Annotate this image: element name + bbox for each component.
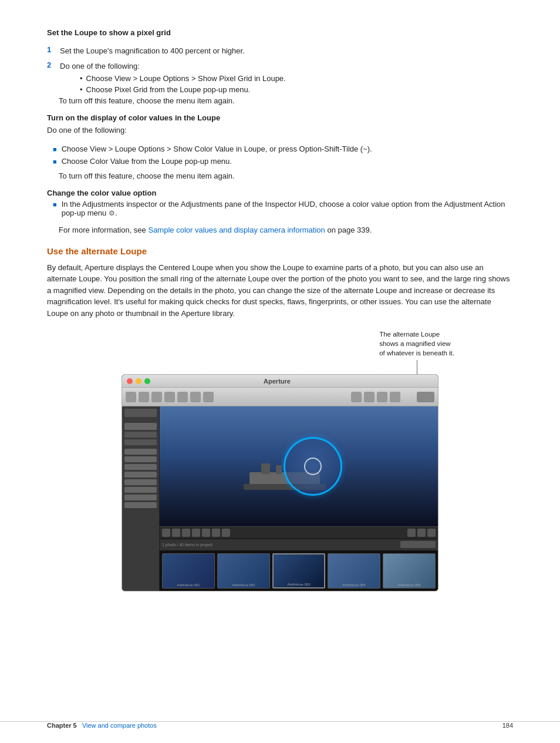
color-option-bullet: ■ In the Adjustments inspector or the Ad…	[47, 200, 513, 217]
svg-rect-2	[276, 465, 282, 474]
sidebar-row-8	[124, 502, 157, 508]
loupe-inner-ring	[304, 458, 322, 475]
bullet-text-2: Choose Pixel Grid from the Loupe pop-up …	[86, 85, 251, 94]
toolbar-view-3[interactable]	[377, 392, 387, 402]
loupe-button[interactable]	[417, 392, 434, 402]
ts-button-6[interactable]	[212, 529, 220, 537]
callout-box-wrapper: The alternate Loupeshows a magnified vie…	[379, 330, 454, 374]
more-info-prefix: For more information, see	[59, 226, 146, 234]
toolbar-view-1[interactable]	[351, 392, 362, 402]
content-footer-bar: 1 photo / 40 items in project	[160, 539, 438, 550]
aperture-content: 1 photo / 40 items in project AntArticus…	[160, 406, 438, 591]
main-photo[interactable]	[160, 406, 438, 526]
sidebar-rating	[124, 439, 157, 445]
ts-button-7[interactable]	[222, 529, 230, 537]
sidebar-row-3	[124, 464, 157, 470]
heading-pixel-grid: Set the Loupe to show a pixel grid	[47, 28, 513, 37]
color-bullets: ■ Choose View > Loupe Options > Show Col…	[47, 144, 513, 166]
toolbar-button-3[interactable]	[151, 392, 162, 402]
bullet-pixel-grid-2: • Choose Pixel Grid from the Loupe pop-u…	[68, 85, 513, 94]
gear-icon: ⚙	[109, 209, 115, 217]
ts-button-5[interactable]	[202, 529, 210, 537]
toolbar-view-2[interactable]	[364, 392, 375, 402]
alt-loupe-heading: Use the alternate Loupe	[47, 246, 513, 256]
sidebar-row-1	[124, 449, 157, 455]
heading-color-values: Turn on the display of color values in t…	[47, 113, 513, 122]
sidebar-row-2	[124, 456, 157, 462]
callout-annotation: The alternate Loupeshows a magnified vie…	[47, 330, 513, 374]
color-note-text: To turn off this feature, choose the men…	[59, 172, 235, 180]
page-footer: Chapter 5 View and compare photos 184	[0, 721, 560, 729]
toolbar-button-4[interactable]	[164, 392, 175, 402]
close-button[interactable]	[127, 378, 133, 384]
page: Set the Loupe to show a pixel grid 1 Set…	[0, 0, 560, 743]
sidebar-row-5	[124, 479, 157, 485]
footer-chapter-link[interactable]: View and compare photos	[82, 722, 157, 729]
bullet-pixel-grid-1: • Choose View > Loupe Options > Show Pix…	[68, 74, 513, 83]
toolbar-strip	[160, 526, 438, 539]
film-thumb-3[interactable]: AntArticus 003	[272, 553, 325, 589]
toolbar-button-6[interactable]	[190, 392, 201, 402]
callout-line	[417, 360, 417, 374]
ts-button-2[interactable]	[172, 529, 180, 537]
more-info: For more information, see Sample color v…	[47, 226, 513, 234]
callout-text-box: The alternate Loupeshows a magnified vie…	[379, 330, 454, 358]
filmstrip-thumbs: AntArticus 001 AntArticus 002 AntArticus…	[162, 553, 436, 589]
minimize-button[interactable]	[136, 378, 141, 384]
toolbar-button-1[interactable]	[126, 392, 136, 402]
sidebar-row-7	[124, 495, 157, 500]
toolbar-button-7[interactable]	[203, 392, 214, 402]
ts-button-4[interactable]	[192, 529, 200, 537]
ts-button-right-3[interactable]	[427, 529, 436, 537]
step-1: 1 Set the Loupe's magnification to 400 p…	[47, 45, 513, 57]
step-number-2: 2	[47, 60, 58, 69]
sidebar-row-4	[124, 472, 157, 478]
film-thumb-5[interactable]: AntArticus 005	[383, 553, 436, 589]
maximize-button[interactable]	[144, 378, 150, 384]
aperture-titlebar: Aperture	[122, 375, 438, 388]
color-note: To turn off this feature, choose the men…	[47, 172, 513, 180]
window-controls	[127, 378, 150, 384]
sidebar-row-6	[124, 487, 157, 493]
screenshot-area: The alternate Loupeshows a magnified vie…	[47, 330, 513, 591]
color-bullet-text-1: Choose View > Loupe Options > Show Color…	[62, 144, 372, 153]
color-bullet-2: ■ Choose Color Value from the Loupe pop-…	[47, 157, 513, 166]
ts-button-right-1[interactable]	[407, 529, 416, 537]
sidebar-info	[124, 423, 157, 430]
step-number-1: 1	[47, 45, 58, 54]
more-info-link[interactable]: Sample color values and display camera i…	[148, 226, 325, 234]
filmstrip: AntArticus 001 AntArticus 002 AntArticus…	[160, 550, 438, 591]
footer-count-text: 1 photo / 40 items in project	[162, 543, 212, 547]
svg-rect-1	[261, 463, 270, 474]
window-title: Aperture	[150, 378, 404, 385]
toolbar-button-2[interactable]	[139, 392, 149, 402]
color-bullet-1: ■ Choose View > Loupe Options > Show Col…	[47, 144, 513, 153]
heading-color-option: Change the color value option	[47, 189, 513, 197]
square-bullet-icon-3: ■	[53, 201, 57, 208]
film-thumb-1[interactable]: AntArticus 001	[162, 553, 215, 589]
film-thumb-2[interactable]: AntArticus 002	[217, 553, 270, 589]
step-2: 2 Do one of the following:	[47, 60, 513, 72]
bullet-text-1: Choose View > Loupe Options > Show Pixel…	[86, 74, 286, 83]
toolbar-button-5[interactable]	[177, 392, 188, 402]
sidebar-library[interactable]	[124, 409, 157, 417]
aperture-toolbar	[122, 388, 438, 406]
footer-controls[interactable]	[400, 541, 436, 548]
ts-button-right-2[interactable]	[417, 529, 426, 537]
square-bullet-icon-1: ■	[53, 146, 57, 153]
alt-loupe-body: By default, Aperture displays the Center…	[47, 262, 513, 320]
film-thumb-4[interactable]: AntArticus 004	[328, 553, 380, 589]
toolbar-view-4[interactable]	[390, 392, 400, 402]
step2-note: To turn off this feature, choose the men…	[47, 96, 513, 105]
aperture-sidebar	[122, 406, 160, 591]
step-1-text: Set the Loupe's magnification to 400 per…	[60, 45, 245, 57]
aperture-main: 1 photo / 40 items in project AntArticus…	[122, 406, 438, 591]
square-bullet-icon-2: ■	[53, 158, 57, 165]
footer-chapter-label: Chapter 5 View and compare photos	[47, 722, 157, 729]
ts-button-3[interactable]	[182, 529, 190, 537]
color-option-text: In the Adjustments inspector or the Adju…	[62, 200, 513, 217]
step-2-text: Do one of the following:	[60, 60, 140, 72]
ts-button-1[interactable]	[162, 529, 170, 537]
step2-bullets: • Choose View > Loupe Options > Show Pix…	[47, 74, 513, 94]
loupe-circle	[284, 437, 342, 496]
